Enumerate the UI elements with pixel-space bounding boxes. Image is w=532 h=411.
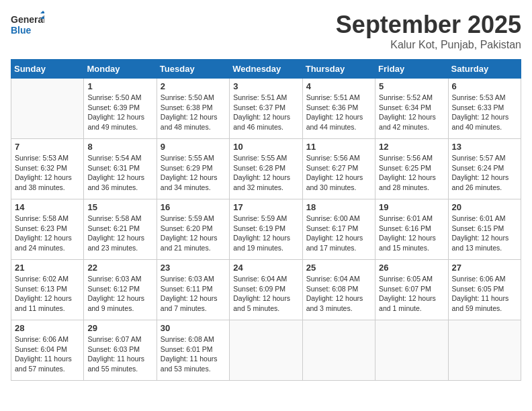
day-number: 28 [15, 323, 80, 333]
calendar-cell: 7Sunrise: 5:53 AMSunset: 6:32 PMDaylight… [11, 139, 84, 199]
header-sunday: Sunday [11, 60, 84, 79]
day-info: Sunrise: 5:56 AMSunset: 6:25 PMDaylight:… [379, 153, 444, 193]
calendar-cell: 17Sunrise: 5:59 AMSunset: 6:19 PMDayligh… [230, 199, 302, 260]
day-number: 9 [161, 142, 226, 152]
day-number: 5 [379, 81, 444, 91]
day-info: Sunrise: 5:53 AMSunset: 6:32 PMDaylight:… [15, 153, 80, 193]
calendar-cell: 23Sunrise: 6:03 AMSunset: 6:11 PMDayligh… [157, 260, 229, 320]
calendar-cell: 1Sunrise: 5:50 AMSunset: 6:39 PMDaylight… [84, 79, 157, 139]
page-header: General Blue September 2025 Kalur Kot, P… [11, 11, 521, 51]
day-number: 24 [233, 263, 298, 273]
day-number: 22 [87, 263, 152, 273]
calendar-cell: 18Sunrise: 6:00 AMSunset: 6:17 PMDayligh… [302, 199, 375, 260]
day-info: Sunrise: 6:05 AMSunset: 6:07 PMDaylight:… [379, 274, 444, 314]
day-number: 11 [306, 142, 371, 152]
day-info: Sunrise: 5:53 AMSunset: 6:33 PMDaylight:… [452, 93, 517, 132]
day-info: Sunrise: 6:02 AMSunset: 6:13 PMDaylight:… [15, 274, 80, 314]
day-number: 25 [306, 263, 371, 273]
day-info: Sunrise: 5:51 AMSunset: 6:36 PMDaylight:… [306, 93, 371, 132]
calendar-cell: 30Sunrise: 6:08 AMSunset: 6:01 PMDayligh… [157, 320, 229, 381]
day-number: 29 [87, 323, 152, 333]
day-number: 18 [306, 202, 371, 212]
day-info: Sunrise: 5:58 AMSunset: 6:21 PMDaylight:… [87, 214, 152, 253]
day-number: 21 [15, 263, 80, 273]
calendar-cell: 6Sunrise: 5:53 AMSunset: 6:33 PMDaylight… [448, 79, 521, 139]
header-friday: Friday [375, 60, 448, 79]
svg-text:Blue: Blue [11, 25, 32, 36]
logo-icon: General Blue [11, 11, 44, 41]
day-info: Sunrise: 6:06 AMSunset: 6:05 PMDaylight:… [452, 274, 517, 314]
day-number: 17 [233, 202, 298, 212]
calendar-cell [11, 79, 84, 139]
calendar-cell: 20Sunrise: 6:01 AMSunset: 6:15 PMDayligh… [448, 199, 521, 260]
day-number: 1 [87, 81, 152, 91]
title-section: September 2025 Kalur Kot, Punjab, Pakist… [336, 11, 521, 51]
day-info: Sunrise: 6:04 AMSunset: 6:09 PMDaylight:… [233, 274, 298, 314]
month-title: September 2025 [336, 11, 521, 39]
day-info: Sunrise: 6:03 AMSunset: 6:12 PMDaylight:… [87, 274, 152, 314]
day-info: Sunrise: 5:55 AMSunset: 6:28 PMDaylight:… [233, 153, 298, 193]
calendar-cell: 3Sunrise: 5:51 AMSunset: 6:37 PMDaylight… [230, 79, 302, 139]
day-info: Sunrise: 5:54 AMSunset: 6:31 PMDaylight:… [87, 153, 152, 193]
svg-marker-2 [40, 11, 44, 13]
calendar-cell: 14Sunrise: 5:58 AMSunset: 6:23 PMDayligh… [11, 199, 84, 260]
day-number: 16 [161, 202, 226, 212]
calendar-header-row: SundayMondayTuesdayWednesdayThursdayFrid… [11, 60, 521, 79]
day-number: 30 [161, 323, 226, 333]
day-info: Sunrise: 6:00 AMSunset: 6:17 PMDaylight:… [306, 214, 371, 253]
calendar-cell: 29Sunrise: 6:07 AMSunset: 6:03 PMDayligh… [84, 320, 157, 381]
day-number: 23 [161, 263, 226, 273]
day-number: 6 [452, 81, 517, 91]
calendar-cell: 25Sunrise: 6:04 AMSunset: 6:08 PMDayligh… [302, 260, 375, 320]
day-info: Sunrise: 6:07 AMSunset: 6:03 PMDaylight:… [87, 334, 152, 374]
calendar-cell: 19Sunrise: 6:01 AMSunset: 6:16 PMDayligh… [375, 199, 448, 260]
day-info: Sunrise: 6:01 AMSunset: 6:15 PMDaylight:… [452, 214, 517, 253]
day-info: Sunrise: 6:01 AMSunset: 6:16 PMDaylight:… [379, 214, 444, 253]
day-info: Sunrise: 5:56 AMSunset: 6:27 PMDaylight:… [306, 153, 371, 193]
calendar-cell: 21Sunrise: 6:02 AMSunset: 6:13 PMDayligh… [11, 260, 84, 320]
calendar-cell [448, 320, 521, 381]
week-row-4: 21Sunrise: 6:02 AMSunset: 6:13 PMDayligh… [11, 260, 521, 320]
calendar-cell [302, 320, 375, 381]
day-number: 8 [87, 142, 152, 152]
header-tuesday: Tuesday [157, 60, 229, 79]
calendar-cell [230, 320, 302, 381]
day-number: 15 [87, 202, 152, 212]
day-info: Sunrise: 5:50 AMSunset: 6:38 PMDaylight:… [161, 93, 226, 132]
calendar-cell: 16Sunrise: 5:59 AMSunset: 6:20 PMDayligh… [157, 199, 229, 260]
calendar-cell: 8Sunrise: 5:54 AMSunset: 6:31 PMDaylight… [84, 139, 157, 199]
day-number: 26 [379, 263, 444, 273]
day-number: 12 [379, 142, 444, 152]
day-number: 2 [161, 81, 226, 91]
header-thursday: Thursday [302, 60, 375, 79]
calendar-cell: 28Sunrise: 6:06 AMSunset: 6:04 PMDayligh… [11, 320, 84, 381]
day-number: 10 [233, 142, 298, 152]
day-info: Sunrise: 6:06 AMSunset: 6:04 PMDaylight:… [15, 334, 80, 374]
day-number: 7 [15, 142, 80, 152]
calendar-cell: 24Sunrise: 6:04 AMSunset: 6:09 PMDayligh… [230, 260, 302, 320]
day-info: Sunrise: 5:59 AMSunset: 6:19 PMDaylight:… [233, 214, 298, 253]
week-row-3: 14Sunrise: 5:58 AMSunset: 6:23 PMDayligh… [11, 199, 521, 260]
day-info: Sunrise: 6:04 AMSunset: 6:08 PMDaylight:… [306, 274, 371, 314]
day-info: Sunrise: 6:08 AMSunset: 6:01 PMDaylight:… [161, 334, 226, 374]
logo: General Blue [11, 11, 44, 41]
day-info: Sunrise: 6:03 AMSunset: 6:11 PMDaylight:… [161, 274, 226, 314]
day-info: Sunrise: 5:57 AMSunset: 6:24 PMDaylight:… [452, 153, 517, 193]
day-info: Sunrise: 5:55 AMSunset: 6:29 PMDaylight:… [161, 153, 226, 193]
week-row-2: 7Sunrise: 5:53 AMSunset: 6:32 PMDaylight… [11, 139, 521, 199]
calendar-cell [375, 320, 448, 381]
calendar-cell: 22Sunrise: 6:03 AMSunset: 6:12 PMDayligh… [84, 260, 157, 320]
calendar-cell: 26Sunrise: 6:05 AMSunset: 6:07 PMDayligh… [375, 260, 448, 320]
location: Kalur Kot, Punjab, Pakistan [336, 39, 521, 51]
day-number: 14 [15, 202, 80, 212]
calendar-cell: 11Sunrise: 5:56 AMSunset: 6:27 PMDayligh… [302, 139, 375, 199]
day-number: 27 [452, 263, 517, 273]
calendar-cell: 15Sunrise: 5:58 AMSunset: 6:21 PMDayligh… [84, 199, 157, 260]
day-info: Sunrise: 5:50 AMSunset: 6:39 PMDaylight:… [87, 93, 152, 132]
calendar-cell: 9Sunrise: 5:55 AMSunset: 6:29 PMDaylight… [157, 139, 229, 199]
header-monday: Monday [84, 60, 157, 79]
day-number: 4 [306, 81, 371, 91]
calendar-cell: 13Sunrise: 5:57 AMSunset: 6:24 PMDayligh… [448, 139, 521, 199]
calendar-cell: 10Sunrise: 5:55 AMSunset: 6:28 PMDayligh… [230, 139, 302, 199]
day-number: 13 [452, 142, 517, 152]
